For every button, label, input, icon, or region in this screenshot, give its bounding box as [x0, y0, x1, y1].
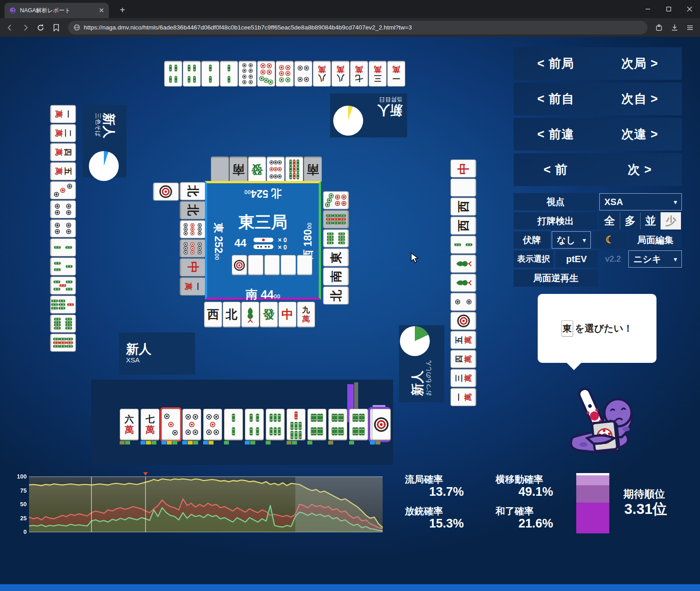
reverse-replay-button[interactable]: 局面逆再生: [514, 269, 598, 287]
riichi-stick-icon: [253, 238, 273, 242]
right-player-hand: 中西西五萬四萬三萬一萬: [450, 159, 476, 406]
safety-mark: [224, 441, 229, 444]
tile-W: 西: [450, 198, 476, 216]
tile-slot: [201, 61, 219, 87]
tab-title: NAGA解析レポート: [20, 7, 95, 15]
tile-3m: 三萬: [369, 61, 387, 87]
ptev-button[interactable]: ptEV: [555, 250, 598, 268]
stat-win-value: 21.6%: [494, 517, 553, 531]
stat-win-label: 和了確率: [496, 505, 534, 518]
wall-count: 44: [234, 237, 247, 249]
new-tab-button[interactable]: +: [116, 4, 129, 16]
tile-5p[interactable]: [203, 409, 222, 440]
browser-window: NAGA解析レポート ✕ + https://naga.dmv.nico/htm…: [0, 0, 700, 591]
tile-slot: 八萬: [331, 61, 350, 87]
menu-icon[interactable]: [684, 21, 696, 34]
tile-7s[interactable]: [287, 409, 306, 440]
safety-mark: [307, 441, 312, 444]
safety-mark: [193, 441, 198, 444]
tile-9m: 九萬: [297, 302, 315, 327]
tile-1p: [450, 312, 476, 330]
close-button[interactable]: [679, 0, 700, 18]
dahai-option-few[interactable]: 少: [661, 212, 681, 230]
url-bar[interactable]: https://naga.dmv.nico/htmls/6ade836b4467…: [68, 21, 647, 34]
tile-7m[interactable]: 七萬: [141, 409, 160, 440]
tile-6s[interactable]: [266, 409, 285, 440]
tile-slot: 七萬: [350, 61, 368, 87]
tile-1p[interactable]: [372, 409, 391, 440]
tile-slot: [180, 220, 205, 239]
browser-tab[interactable]: NAGA解析レポート ✕: [5, 3, 109, 18]
naga-report-page: 八萬八萬七萬三萬一萬 一萬二萬四萬五萬 中西西五萬四萬三萬一萬 南發南 北北中一…: [0, 37, 700, 591]
tile-2s[interactable]: [224, 409, 243, 440]
tile-3p[interactable]: [161, 409, 180, 440]
tab-close-icon[interactable]: ✕: [98, 6, 104, 15]
tile-slot: [211, 156, 229, 182]
tile-2s: [450, 236, 476, 254]
fuhai-select[interactable]: なし▾: [552, 231, 591, 249]
left-player-hand: 一萬二萬四萬五萬: [50, 105, 76, 352]
next-kyoku-button[interactable]: 次局 >: [598, 47, 682, 80]
viewpoint-label: 視点: [514, 193, 598, 210]
next-step-button[interactable]: 次 >: [598, 153, 682, 186]
tile-1p: [153, 183, 179, 201]
dahai-option-normal[interactable]: 並: [640, 212, 661, 230]
tile-8s[interactable]: [349, 409, 368, 440]
tile-8s[interactable]: [307, 409, 326, 440]
tile-back: [264, 255, 280, 275]
rank-bar-segment: [576, 475, 609, 485]
prev-self-button[interactable]: < 前自: [514, 83, 598, 115]
round-label: 東三局: [238, 211, 287, 234]
tile-P: [211, 156, 229, 182]
display-select-button[interactable]: 表示選択: [514, 250, 554, 268]
model-select[interactable]: ニシキ▾: [628, 250, 682, 268]
forward-button[interactable]: [19, 21, 32, 34]
tile-5m: 五萬: [450, 331, 476, 349]
tile-slot: 南: [323, 267, 349, 286]
dahai-option-many[interactable]: 多: [620, 212, 640, 230]
tile-1s: [450, 274, 476, 292]
edit-board-button[interactable]: 局面編集: [629, 231, 682, 249]
safety-mark: [370, 441, 375, 444]
tile-slot: [50, 295, 76, 314]
fuhai-label: 伏牌: [514, 231, 550, 249]
reload-button[interactable]: [34, 21, 47, 34]
tile-6m[interactable]: 六萬: [120, 409, 139, 440]
tile-4s[interactable]: [245, 409, 264, 440]
tile-1m: 一萬: [387, 61, 405, 87]
top-player-pie-chart: [333, 106, 363, 136]
safety-mark: [287, 441, 292, 444]
tile-slot: 南: [229, 156, 248, 182]
prev-step-button[interactable]: < 前: [514, 153, 598, 186]
extensions-icon[interactable]: [653, 21, 666, 34]
back-button[interactable]: [4, 21, 16, 34]
dahai-option-all[interactable]: 全: [599, 212, 620, 230]
download-icon[interactable]: [668, 21, 681, 34]
maximize-button[interactable]: [658, 0, 679, 18]
tile-slot: [183, 61, 201, 87]
tile-slot: [50, 314, 76, 333]
tile-2m: 二萬: [50, 124, 76, 142]
tile-slot: 一萬: [180, 277, 205, 296]
tile-5p[interactable]: [182, 409, 201, 440]
bookmark-icon[interactable]: [50, 21, 63, 34]
prev-mismatch-button[interactable]: < 前違: [514, 118, 598, 151]
safety-mark: [151, 441, 156, 444]
honba-stick-count: × 0: [278, 244, 287, 251]
minimize-button[interactable]: [637, 0, 658, 18]
browser-toolbar: https://naga.dmv.nico/htmls/6ade836b4467…: [0, 18, 700, 37]
night-mode-button[interactable]: ☾: [593, 231, 627, 249]
tile-slot: 西: [450, 197, 476, 216]
nav-row-mismatch: < 前違 次違 >: [514, 118, 682, 151]
mouse-cursor: [410, 253, 420, 264]
tile-8s[interactable]: [328, 409, 347, 440]
prev-kyoku-button[interactable]: < 前局: [514, 47, 598, 80]
tile-4m: 四萬: [450, 350, 476, 368]
next-mismatch-button[interactable]: 次違 >: [598, 118, 682, 151]
tile-6p: [276, 61, 294, 87]
viewpoint-select[interactable]: XSA▾: [599, 193, 682, 210]
bottom-player-subname: XSA: [126, 356, 151, 364]
tile-E: 東: [323, 249, 349, 267]
next-self-button[interactable]: 次自 >: [598, 83, 682, 115]
tile-back: [297, 255, 312, 275]
